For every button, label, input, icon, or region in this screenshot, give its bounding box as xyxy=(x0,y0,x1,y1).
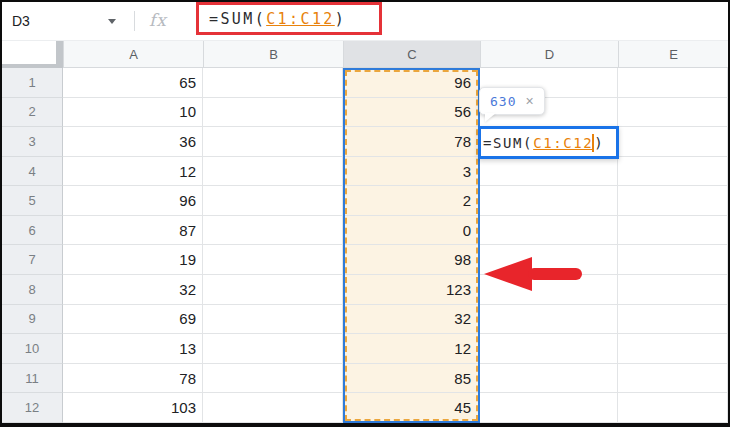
cell-C4[interactable]: 3 xyxy=(343,157,480,187)
cell-C1[interactable]: 96 xyxy=(343,68,480,98)
editor-formula-prefix: =SUM( xyxy=(483,135,533,151)
cell-D6[interactable] xyxy=(480,216,618,246)
column-header-E[interactable]: E xyxy=(618,41,728,68)
row-header-10[interactable]: 10 xyxy=(2,334,63,364)
cell-E9[interactable] xyxy=(618,305,728,335)
cell-C2[interactable]: 56 xyxy=(343,98,480,128)
row-5: 5962 xyxy=(2,186,728,216)
row-9: 96932 xyxy=(2,305,728,335)
editor-formula-suffix: ) xyxy=(594,135,604,151)
cell-E7[interactable] xyxy=(618,245,728,275)
cell-E1[interactable] xyxy=(618,68,728,98)
cell-B4[interactable] xyxy=(203,157,343,187)
cell-A9[interactable]: 69 xyxy=(63,305,203,335)
row-3: 33678 xyxy=(2,127,728,157)
row-11: 117885 xyxy=(2,364,728,394)
cell-A6[interactable]: 87 xyxy=(63,216,203,246)
cell-B9[interactable] xyxy=(203,305,343,335)
cell-E8[interactable] xyxy=(618,275,728,305)
cell-B3[interactable] xyxy=(203,127,343,157)
grid-body: 1659621056336784123596268707199883212396… xyxy=(2,68,728,423)
cell-A11[interactable]: 78 xyxy=(63,364,203,394)
cell-A5[interactable]: 96 xyxy=(63,186,203,216)
column-header-B[interactable]: B xyxy=(203,41,343,68)
cell-editor-d3[interactable]: =SUM(C1:C12) xyxy=(478,126,619,159)
cell-A3[interactable]: 36 xyxy=(63,127,203,157)
fx-function-icon: fx xyxy=(141,10,177,32)
preview-value: 630 xyxy=(490,94,516,109)
row-10: 101312 xyxy=(2,334,728,364)
cell-E6[interactable] xyxy=(618,216,728,246)
row-header-7[interactable]: 7 xyxy=(2,245,63,275)
row-7: 71998 xyxy=(2,245,728,275)
toolbar-divider xyxy=(134,11,135,31)
cell-A1[interactable]: 65 xyxy=(63,68,203,98)
cell-E11[interactable] xyxy=(618,364,728,394)
cell-D10[interactable] xyxy=(480,334,618,364)
cell-C9[interactable]: 32 xyxy=(343,305,480,335)
editor-range-reference: C1:C12 xyxy=(533,135,593,151)
close-icon[interactable]: × xyxy=(525,94,533,108)
row-header-12[interactable]: 12 xyxy=(2,393,63,423)
cell-A8[interactable]: 32 xyxy=(63,275,203,305)
formula-result-preview: 630 × xyxy=(479,87,545,115)
cell-E10[interactable] xyxy=(618,334,728,364)
formula-toolbar: D3 fx =SUM(C1:C12) xyxy=(2,2,728,40)
formula-bar-highlight-box[interactable]: =SUM(C1:C12) xyxy=(196,2,382,35)
cell-B12[interactable] xyxy=(203,393,343,423)
row-header-11[interactable]: 11 xyxy=(2,364,63,394)
cell-E12[interactable] xyxy=(618,393,728,423)
cell-B6[interactable] xyxy=(203,216,343,246)
cell-D8[interactable] xyxy=(480,275,618,305)
row-header-5[interactable]: 5 xyxy=(2,186,63,216)
name-box[interactable]: D3 xyxy=(2,2,124,40)
cell-A10[interactable]: 13 xyxy=(63,334,203,364)
row-header-6[interactable]: 6 xyxy=(2,216,63,246)
formula-range-reference: C1:C12 xyxy=(266,10,335,28)
cell-B8[interactable] xyxy=(203,275,343,305)
cell-E2[interactable] xyxy=(618,98,728,128)
cell-C10[interactable]: 12 xyxy=(343,334,480,364)
cell-D5[interactable] xyxy=(480,186,618,216)
name-box-value: D3 xyxy=(12,13,30,29)
cell-D9[interactable] xyxy=(480,305,618,335)
row-header-1[interactable]: 1 xyxy=(2,68,63,98)
cell-C7[interactable]: 98 xyxy=(343,245,480,275)
cell-A2[interactable]: 10 xyxy=(63,98,203,128)
row-4: 4123 xyxy=(2,157,728,187)
row-1: 16596 xyxy=(2,68,728,98)
cell-C6[interactable]: 0 xyxy=(343,216,480,246)
cell-B1[interactable] xyxy=(203,68,343,98)
cell-C5[interactable]: 2 xyxy=(343,186,480,216)
cell-B11[interactable] xyxy=(203,364,343,394)
row-header-2[interactable]: 2 xyxy=(2,98,63,128)
cell-C11[interactable]: 85 xyxy=(343,364,480,394)
row-header-8[interactable]: 8 xyxy=(2,275,63,305)
cell-D7[interactable] xyxy=(480,245,618,275)
cell-C8[interactable]: 123 xyxy=(343,275,480,305)
row-header-3[interactable]: 3 xyxy=(2,127,63,157)
select-all-corner[interactable] xyxy=(2,41,63,68)
cell-B5[interactable] xyxy=(203,186,343,216)
column-header-A[interactable]: A xyxy=(63,41,203,68)
cell-A12[interactable]: 103 xyxy=(63,393,203,423)
cell-C12[interactable]: 45 xyxy=(343,393,480,423)
chevron-down-icon[interactable] xyxy=(108,19,116,24)
cell-E3[interactable] xyxy=(618,127,728,157)
cell-A4[interactable]: 12 xyxy=(63,157,203,187)
column-header-C[interactable]: C xyxy=(343,41,480,68)
cell-C3[interactable]: 78 xyxy=(343,127,480,157)
cell-E4[interactable] xyxy=(618,157,728,187)
cell-E5[interactable] xyxy=(618,186,728,216)
cell-D11[interactable] xyxy=(480,364,618,394)
cell-D12[interactable] xyxy=(480,393,618,423)
column-header-D[interactable]: D xyxy=(480,41,618,68)
cell-B7[interactable] xyxy=(203,245,343,275)
formula-prefix: =SUM( xyxy=(209,10,266,28)
cell-A7[interactable]: 19 xyxy=(63,245,203,275)
cell-B10[interactable] xyxy=(203,334,343,364)
cell-D4[interactable] xyxy=(480,157,618,187)
row-header-9[interactable]: 9 xyxy=(2,305,63,335)
row-header-4[interactable]: 4 xyxy=(2,157,63,187)
cell-B2[interactable] xyxy=(203,98,343,128)
